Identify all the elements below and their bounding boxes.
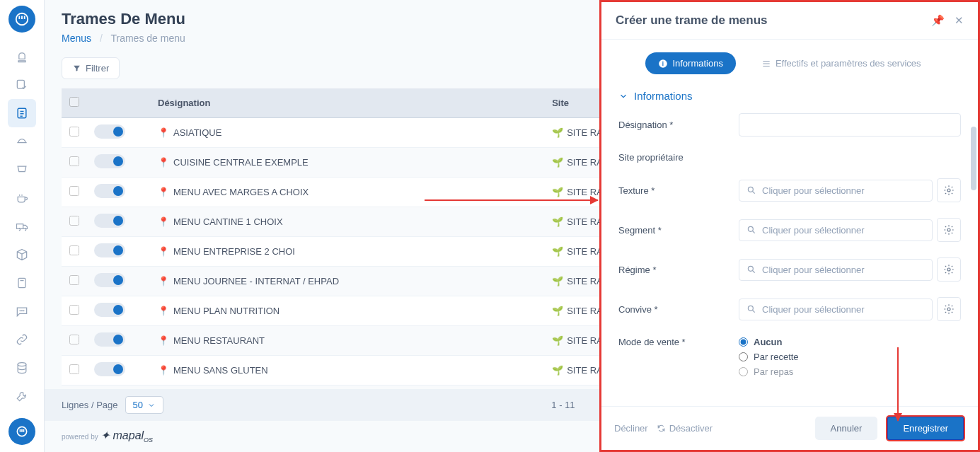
row-toggle[interactable]: [94, 214, 125, 228]
decline-button[interactable]: Décliner: [614, 423, 648, 434]
picker-texture[interactable]: Cliquer pour sélectionner: [739, 180, 933, 202]
svg-point-7: [23, 311, 24, 311]
row-checkbox[interactable]: [69, 156, 79, 166]
lpp-select[interactable]: 50: [125, 396, 163, 414]
picker-segment[interactable]: Cliquer pour sélectionner: [739, 219, 933, 241]
svg-point-15: [947, 228, 950, 231]
seedling-icon: 🌱: [552, 187, 563, 197]
seedling-icon: 🌱: [552, 216, 563, 227]
gear-segment[interactable]: [937, 218, 961, 242]
tab-informations[interactable]: i Informations: [645, 52, 736, 74]
gear-icon: [943, 185, 955, 196]
row-toggle[interactable]: [94, 154, 125, 168]
nav-truck-icon[interactable]: [8, 212, 36, 241]
brand-block: powered by ✦ mapalOS: [62, 429, 153, 444]
label-texture: Texture *: [618, 185, 732, 196]
row-designation: MENU AVEC MARGES A CHOIX: [173, 187, 309, 197]
label-mode: Mode de vente *: [618, 337, 732, 347]
picker-regime[interactable]: Cliquer pour sélectionner: [739, 259, 933, 281]
row-designation: MENU ENTREPRISE 2 CHOI: [173, 246, 295, 257]
row-checkbox[interactable]: [69, 275, 79, 285]
search-icon: [746, 304, 756, 314]
label-designation: Désignation *: [618, 120, 732, 130]
cancel-button[interactable]: Annuler: [815, 417, 878, 440]
nav-cart-icon[interactable]: [8, 156, 36, 184]
row-checkbox[interactable]: [69, 245, 79, 255]
seedling-icon: 🌱: [552, 306, 563, 316]
nav-link-icon[interactable]: [8, 325, 36, 354]
app-logo[interactable]: [8, 6, 35, 33]
nav-chef-icon[interactable]: [8, 42, 36, 71]
nav-calculator-icon[interactable]: [8, 269, 36, 297]
row-toggle[interactable]: [94, 273, 125, 287]
gear-convive[interactable]: [937, 297, 961, 321]
seedling-icon: 🌱: [552, 246, 563, 257]
nav-dish-icon[interactable]: [8, 127, 36, 156]
section-header-informations[interactable]: Informations: [618, 84, 961, 113]
row-checkbox[interactable]: [69, 305, 79, 315]
nav-wrench-icon[interactable]: [8, 382, 36, 410]
panel-title: Créer une trame de menus: [616, 13, 931, 28]
svg-point-8: [18, 363, 26, 366]
svg-point-18: [748, 306, 753, 311]
row-checkbox[interactable]: [69, 186, 79, 196]
nav-favorite-icon[interactable]: [8, 71, 36, 99]
row-toggle[interactable]: [94, 243, 125, 257]
row-designation: MENU JOURNEE - INTERNAT / EHPAD: [173, 276, 339, 286]
row-designation: MENU SANS GLUTEN: [173, 365, 268, 376]
search-icon: [746, 225, 756, 235]
select-all-checkbox[interactable]: [69, 97, 79, 107]
svg-point-14: [748, 226, 753, 231]
scrollbar[interactable]: [971, 127, 976, 190]
radio-none[interactable]: Aucun: [739, 337, 799, 347]
row-checkbox[interactable]: [69, 335, 79, 344]
nav-box-icon[interactable]: [8, 241, 36, 269]
gear-icon: [943, 303, 955, 315]
tab-services[interactable]: Effectifs et paramètres des services: [749, 52, 934, 74]
close-icon[interactable]: ✕: [955, 14, 964, 27]
panel-body: Informations Désignation * Site propriét…: [601, 84, 978, 406]
panel-header: Créer une trame de menus 📌 ✕: [601, 2, 978, 40]
pin-icon[interactable]: 📌: [931, 14, 945, 27]
nav-coffee-icon[interactable]: [8, 184, 36, 212]
svg-point-16: [748, 266, 753, 271]
filter-button[interactable]: Filtrer: [62, 57, 120, 79]
deactivate-button[interactable]: Désactiver: [657, 423, 713, 434]
input-designation[interactable]: [739, 113, 961, 137]
breadcrumb-current: Trames de menu: [110, 33, 185, 44]
row-toggle[interactable]: [94, 362, 125, 376]
nav-menu-icon[interactable]: [8, 99, 36, 127]
row-checkbox[interactable]: [69, 364, 79, 374]
row-toggle[interactable]: [94, 184, 125, 198]
radio-meal[interactable]: Par repas: [739, 366, 799, 377]
gear-regime[interactable]: [937, 257, 961, 282]
search-icon: [746, 185, 756, 195]
col-designation[interactable]: Désignation: [151, 88, 545, 118]
nav-chat-icon[interactable]: [8, 297, 36, 325]
lines-per-page: Lignes / Page 50: [62, 396, 163, 414]
nav-database-icon[interactable]: [8, 354, 36, 382]
row-toggle[interactable]: [94, 124, 125, 139]
svg-rect-1: [17, 80, 24, 88]
row-designation: MENU RESTAURANT: [173, 335, 265, 346]
row-toggle[interactable]: [94, 332, 125, 347]
row-checkbox[interactable]: [69, 127, 79, 137]
picker-convive[interactable]: Cliquer pour sélectionner: [739, 299, 933, 320]
location-icon: 📍: [158, 306, 169, 316]
nav-bottom-logo[interactable]: [8, 418, 35, 445]
label-convive: Convive *: [618, 304, 732, 315]
row-toggle[interactable]: [94, 303, 125, 317]
radio-recipe[interactable]: Par recette: [739, 352, 799, 362]
svg-point-19: [947, 308, 950, 311]
svg-point-5: [20, 311, 21, 311]
gear-texture[interactable]: [937, 178, 961, 202]
info-icon: i: [658, 59, 668, 69]
breadcrumb-root[interactable]: Menus: [62, 33, 91, 44]
row-checkbox[interactable]: [69, 216, 79, 226]
row-designation: MENU PLAN NUTRITION: [173, 306, 279, 316]
search-icon: [746, 265, 756, 274]
row-designation: MENU CANTINE 1 CHOIX: [173, 216, 283, 227]
seedling-icon: 🌱: [552, 335, 563, 346]
svg-point-12: [748, 187, 753, 192]
annotation-arrow-vertical: [897, 347, 899, 421]
